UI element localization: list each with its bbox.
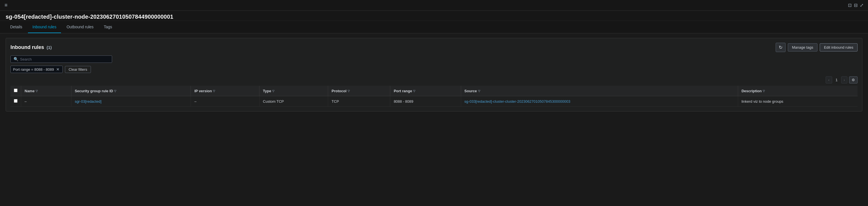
top-bar: ≡ ⊡ ⊟ ⤢ [0, 0, 868, 11]
panel-header: Inbound rules (1) ↻ Manage tags Edit inb… [10, 43, 858, 52]
row-checkbox-0[interactable] [14, 99, 18, 103]
search-bar[interactable]: 🔍 [10, 55, 112, 63]
cell-proto-0: TCP [328, 96, 390, 107]
page-title: sg-054[redacted]-cluster-node-2023062701… [6, 14, 862, 20]
filter-tag-text: Port range = 8088 - 8089 [13, 67, 54, 72]
panel-title-group: Inbound rules (1) [10, 45, 52, 50]
table-wrapper: Name ▽ Security group rule ID ▽ [10, 86, 858, 107]
col-type[interactable]: Type ▽ [259, 86, 328, 96]
cell-desc-0: linkerd viz to node groups [738, 96, 858, 107]
col-ip-version[interactable]: IP version ▽ [191, 86, 259, 96]
cell-sgid-0: sgr-03[redacted] [71, 96, 191, 107]
panel-count: (1) [46, 45, 52, 50]
window-icon-2[interactable]: ⊟ [854, 3, 858, 8]
col-source[interactable]: Source ▽ [461, 86, 738, 96]
edit-inbound-rules-button[interactable]: Edit inbound rules [820, 43, 858, 51]
sort-icon-ipv: ▽ [213, 89, 215, 93]
main-content: Inbound rules (1) ↻ Manage tags Edit inb… [0, 33, 868, 116]
sort-icon-sgid: ▽ [114, 89, 116, 93]
source-link-0[interactable]: sg-033[redacted]-cluster-cluster-2023062… [465, 99, 570, 104]
col-security-group-rule-id[interactable]: Security group rule ID ▽ [71, 86, 191, 96]
tab-tags[interactable]: Tags [99, 21, 117, 33]
panel-title: Inbound rules (1) [10, 45, 52, 50]
title-row: sg-054[redacted]-cluster-node-2023062701… [0, 11, 868, 20]
prev-page-button[interactable]: ‹ [826, 76, 832, 83]
cell-source-0: sg-033[redacted]-cluster-cluster-2023062… [461, 96, 738, 107]
select-all-checkbox[interactable] [14, 88, 18, 92]
panel-actions: ↻ Manage tags Edit inbound rules [776, 43, 858, 52]
inbound-rules-table: Name ▽ Security group rule ID ▽ [10, 86, 858, 107]
table-row: –sgr-03[redacted]–Custom TCPTCP8088 - 80… [10, 96, 858, 107]
sort-icon-source: ▽ [478, 89, 480, 93]
sort-icon-desc: ▽ [763, 89, 765, 93]
select-all-cell[interactable] [10, 86, 21, 96]
current-page: 1 [834, 78, 839, 82]
top-icons: ⊡ ⊟ ⤢ [848, 3, 864, 8]
hamburger-icon[interactable]: ≡ [4, 2, 8, 8]
panel-title-text: Inbound rules [10, 45, 44, 50]
table-header-row: Name ▽ Security group rule ID ▽ [10, 86, 858, 96]
tab-details[interactable]: Details [6, 21, 27, 33]
inbound-rules-panel: Inbound rules (1) ↻ Manage tags Edit inb… [6, 38, 862, 111]
search-icon: 🔍 [13, 57, 18, 61]
cell-name-0: – [21, 96, 71, 107]
clear-filters-button[interactable]: Clear filters [65, 66, 91, 73]
next-page-button[interactable]: › [841, 76, 847, 83]
sort-icon-name: ▽ [36, 89, 38, 93]
col-protocol[interactable]: Protocol ▽ [328, 86, 390, 96]
tab-inbound-rules[interactable]: Inbound rules [28, 21, 61, 33]
sort-icon-proto: ▽ [348, 89, 350, 93]
page-title-text: sg-054[redacted]-cluster-node-2023062701… [6, 14, 174, 20]
tabs-row: Details Inbound rules Outbound rules Tag… [0, 21, 868, 33]
remove-filter-button[interactable]: ✕ [56, 67, 60, 72]
window-icon-1[interactable]: ⊡ [848, 3, 851, 8]
filter-row: Port range = 8088 - 8089 ✕ Clear filters [10, 66, 858, 73]
manage-tags-button[interactable]: Manage tags [788, 43, 817, 51]
col-description[interactable]: Description ▽ [738, 86, 858, 96]
cell-port-0: 8088 - 8089 [390, 96, 461, 107]
window-icon-3[interactable]: ⤢ [860, 3, 864, 8]
row-checkbox-cell[interactable] [10, 96, 21, 107]
cell-type-0: Custom TCP [259, 96, 328, 107]
tab-outbound-rules[interactable]: Outbound rules [62, 21, 98, 33]
table-settings-button[interactable]: ⚙ [849, 76, 858, 83]
sort-icon-port: ▽ [413, 89, 415, 93]
col-name[interactable]: Name ▽ [21, 86, 71, 96]
filter-tag: Port range = 8088 - 8089 ✕ [10, 66, 63, 73]
refresh-button[interactable]: ↻ [776, 43, 785, 52]
search-input[interactable] [20, 57, 109, 61]
sort-icon-type: ▽ [272, 89, 275, 93]
cell-ipv-0: – [191, 96, 259, 107]
col-port-range[interactable]: Port range ▽ [390, 86, 461, 96]
sgid-link-0[interactable]: sgr-03[redacted] [75, 99, 102, 104]
